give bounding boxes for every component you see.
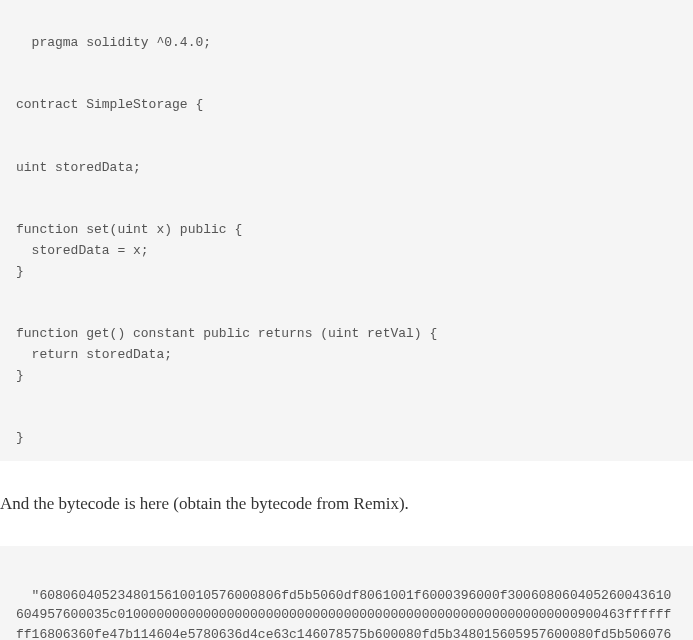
bytecode-block: "6080604052348015610010576000806fd5b5060… [0,546,693,640]
prose-text: And the bytecode is here (obtain the byt… [0,494,409,513]
bytecode-content: "6080604052348015610010576000806fd5b5060… [16,588,671,640]
prose-paragraph: And the bytecode is here (obtain the byt… [0,461,693,547]
code-content: pragma solidity ^0.4.0; contract SimpleS… [16,35,437,445]
solidity-code-block: pragma solidity ^0.4.0; contract SimpleS… [0,0,693,461]
